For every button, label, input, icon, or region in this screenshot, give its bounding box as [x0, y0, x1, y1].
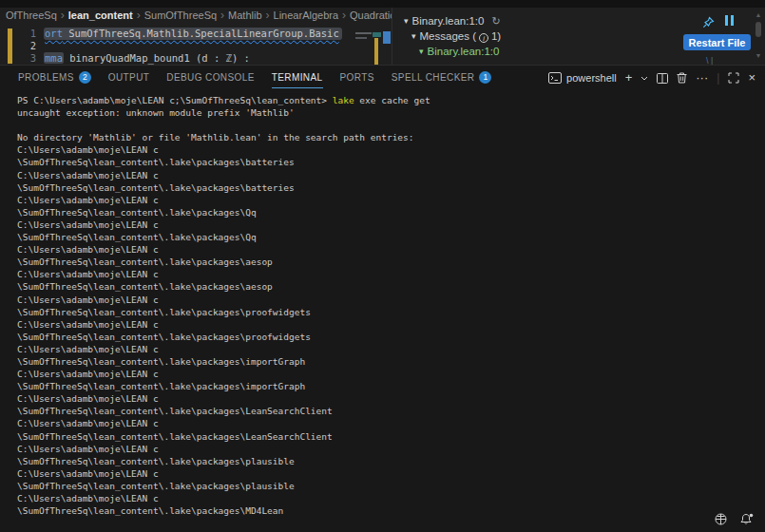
terminal-prompt-line: PS C:\Users\adamb\moje\LEAN c;\SumOfThre…	[17, 94, 761, 106]
keyword-token: ort	[45, 28, 63, 39]
messages-count: 1)	[491, 30, 501, 42]
maximize-panel-icon[interactable]	[728, 72, 739, 84]
module-path-token: SumOfThreeSq.Mathlib.SpecialLinearGroup.…	[63, 28, 339, 39]
restart-file-button[interactable]: Restart File	[683, 34, 751, 50]
minimap[interactable]	[354, 27, 392, 65]
import-statement: ort SumOfThreeSq.Mathlib.SpecialLinearGr…	[44, 28, 342, 40]
loading-spinner-icon: ↻	[491, 15, 500, 27]
terminal-viewport[interactable]: PS C:\Users\adamb\moje\LEAN c;\SumOfThre…	[17, 94, 761, 532]
scroll-down-icon[interactable]: ▼	[752, 52, 765, 59]
minimap-line	[355, 37, 367, 39]
kill-terminal-trash-icon[interactable]	[677, 72, 687, 84]
command-args: exe cache get	[354, 95, 430, 105]
command-executable: lake	[333, 95, 354, 105]
breadcrumb-item[interactable]: Mathlib	[228, 10, 261, 21]
title-bar	[0, 0, 765, 8]
spell-checker-count-badge: 1	[479, 71, 491, 84]
status-grid-icon[interactable]	[715, 512, 727, 529]
modified-lines-marker	[8, 28, 12, 64]
scroll-up-icon[interactable]: ▲	[752, 11, 765, 18]
code-line-3[interactable]: mma binaryQuadMap_bound1 (d : ℤ) :	[44, 52, 342, 65]
infoview-scrollbar-thumb[interactable]	[755, 22, 761, 37]
infoview-messages-row[interactable]: ▾Messages (i1)	[411, 30, 501, 43]
tab-debug-console[interactable]: DEBUG CONSOLE	[158, 66, 262, 90]
clipped-text-fragment: \ |	[706, 56, 713, 65]
collapse-arrow-icon[interactable]: ▾	[419, 47, 424, 56]
close-panel-icon[interactable]: ×	[748, 66, 755, 90]
breadcrumb: OfThreeSq›lean_content›SumOfThreeSq›Math…	[6, 8, 392, 24]
problems-count-badge: 2	[79, 71, 91, 84]
line-number-active: 2	[19, 40, 36, 52]
terminal-icon	[548, 72, 562, 84]
vscode-window: OfThreeSq›lean_content›SumOfThreeSq›Math…	[0, 0, 765, 532]
shell-name-label: powershell	[566, 72, 617, 84]
lemma-signature-token: binaryQuadMap_bound1 (d : ℤ) :	[64, 52, 250, 64]
code-line-1[interactable]: ort SumOfThreeSq.Mathlib.SpecialLinearGr…	[44, 28, 342, 40]
breadcrumb-separator-icon: ›	[220, 9, 224, 22]
editor-pane[interactable]: OfThreeSq›lean_content›SumOfThreeSq›Math…	[0, 8, 392, 65]
code-line-2[interactable]	[44, 40, 342, 52]
infoview-position-row[interactable]: ▾Binary.lean:1:0↻	[404, 15, 501, 28]
split-terminal-icon[interactable]	[657, 73, 668, 84]
lean-infoview-panel: ▾Binary.lean:1:0↻ ▾Messages (i1) ▾Binary…	[392, 8, 765, 65]
terminal-output: uncaught exception: unknown module prefi…	[17, 106, 761, 517]
line-number: 3	[19, 52, 36, 65]
chevron-down-icon[interactable]	[641, 76, 648, 81]
panel-toolbar: powershell + ··· | ×	[548, 66, 755, 90]
breadcrumb-item[interactable]: QuadraticForm	[350, 10, 392, 21]
message-location-label: Binary.lean:1:0	[428, 46, 500, 57]
breadcrumb-item[interactable]: LinearAlgebra	[274, 10, 339, 21]
code-area[interactable]: ort SumOfThreeSq.Mathlib.SpecialLinearGr…	[44, 28, 342, 65]
minimap-highlight	[373, 32, 381, 37]
minimap-change-marker	[374, 38, 378, 65]
notifications-bell-icon[interactable]	[740, 512, 754, 529]
more-actions-icon[interactable]: ···	[696, 66, 708, 90]
pause-icon[interactable]	[725, 15, 736, 28]
breadcrumb-separator-icon: ›	[61, 9, 65, 22]
keyword-token: mma	[44, 52, 64, 64]
toolbar-divider: |	[717, 71, 719, 85]
info-icon: i	[479, 33, 488, 43]
collapse-arrow-icon[interactable]: ▾	[404, 16, 409, 26]
breadcrumb-item[interactable]: OfThreeSq	[6, 10, 57, 21]
minimap-slider[interactable]	[383, 31, 391, 44]
tab-spell-checker[interactable]: SPELL CHECKER1	[383, 66, 501, 90]
breadcrumb-separator-icon: ›	[342, 9, 346, 22]
status-bar-icons	[715, 512, 754, 529]
breadcrumb-separator-icon: ›	[137, 9, 141, 22]
line-number: 1	[19, 28, 36, 40]
new-terminal-icon[interactable]: +	[625, 66, 633, 90]
tab-output[interactable]: OUTPUT	[100, 66, 159, 90]
collapse-arrow-icon[interactable]: ▾	[411, 31, 416, 41]
line-number-gutter: 1 2 3	[19, 28, 36, 65]
infoview-position-label: Binary.lean:1:0	[412, 15, 485, 27]
breadcrumb-separator-icon: ›	[266, 9, 270, 22]
breadcrumb-item[interactable]: SumOfThreeSq	[144, 10, 217, 21]
infoview-message-location-row[interactable]: ▾Binary.lean:1:0	[419, 46, 499, 57]
pin-icon[interactable]	[702, 16, 715, 30]
bottom-panel: PROBLEMS2 OUTPUT DEBUG CONSOLE TERMINAL …	[0, 65, 765, 532]
tab-terminal[interactable]: TERMINAL	[263, 66, 332, 90]
panel-tab-bar: PROBLEMS2 OUTPUT DEBUG CONSOLE TERMINAL …	[10, 66, 500, 90]
shell-tab[interactable]: powershell	[548, 72, 617, 84]
minimap-line	[355, 32, 372, 34]
tab-ports[interactable]: PORTS	[332, 66, 383, 90]
messages-label: Messages (	[420, 30, 476, 42]
breadcrumb-item[interactable]: lean_content	[68, 10, 133, 21]
prompt-path: PS C:\Users\adamb\moje\LEAN c;\SumOfThre…	[17, 95, 333, 105]
tab-problems[interactable]: PROBLEMS2	[10, 66, 100, 90]
